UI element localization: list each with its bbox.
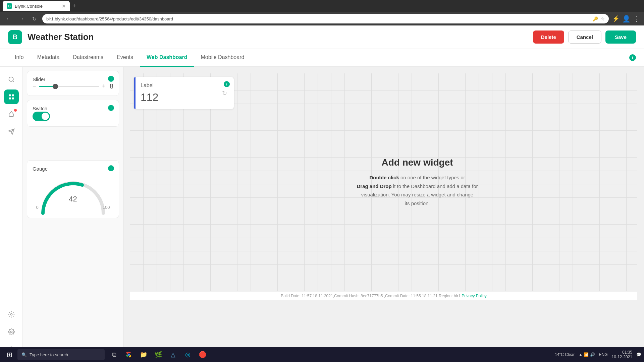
add-widget-message: Add new widget Double click on one of th… bbox=[357, 157, 478, 207]
switch-widget[interactable]: Switch i bbox=[27, 100, 119, 127]
tab-metadata[interactable]: Metadata bbox=[31, 49, 66, 67]
task-view-icon[interactable]: ⧉ bbox=[107, 348, 121, 361]
slider-fill bbox=[39, 86, 54, 87]
tab-close-btn[interactable]: ✕ bbox=[62, 3, 66, 9]
url-text: blr1.blynk.cloud/dashboard/25564/product… bbox=[46, 16, 173, 21]
weather-info: 14°C Clear bbox=[555, 352, 575, 357]
label-left-bar bbox=[134, 77, 136, 109]
label-widget[interactable]: Label 112 i ↻ bbox=[133, 77, 234, 109]
sidebar-alerts-wrap bbox=[4, 107, 19, 122]
app-title: Weather Station bbox=[28, 32, 533, 42]
taskbar-clock[interactable]: 01:35 10-12-2021 bbox=[612, 350, 632, 359]
sidebar-send-icon[interactable] bbox=[4, 124, 19, 139]
browser-controls: ← → ↻ blr1.blynk.cloud/dashboard/25564/p… bbox=[0, 12, 644, 25]
label-widget-info-btn[interactable]: i bbox=[224, 81, 230, 87]
profile-icon[interactable]: 👤 bbox=[622, 15, 631, 23]
browser-tab[interactable]: B Blynk.Console ✕ bbox=[3, 1, 70, 11]
app5-icon[interactable]: ◎ bbox=[181, 348, 195, 361]
alert-badge bbox=[14, 109, 17, 112]
tab-events[interactable]: Events bbox=[110, 49, 140, 67]
app-header: B Weather Station Delete Cancel Save bbox=[0, 25, 644, 49]
star-icon[interactable]: ☆ bbox=[601, 16, 605, 21]
delete-button[interactable]: Delete bbox=[533, 31, 564, 44]
slider-controls: − + 8 bbox=[33, 82, 113, 90]
sidebar-dashboard-icon[interactable] bbox=[4, 89, 19, 104]
url-bar[interactable]: blr1.blynk.cloud/dashboard/25564/product… bbox=[42, 14, 609, 23]
gauge-max: 100 bbox=[103, 205, 110, 210]
tab-info[interactable]: Info bbox=[8, 49, 31, 67]
app-footer: Build Date: 11:57 18.11.2021,Commit Hash… bbox=[130, 291, 637, 300]
gauge-info-btn[interactable]: i bbox=[108, 165, 114, 171]
new-tab-btn[interactable]: + bbox=[72, 3, 76, 10]
url-bar-icons: 🔑 ☆ bbox=[593, 16, 605, 21]
switch-info-btn[interactable]: i bbox=[108, 105, 114, 111]
start-button[interactable]: ⊞ bbox=[3, 348, 16, 361]
cancel-button[interactable]: Cancel bbox=[568, 31, 601, 44]
slider-widget[interactable]: Slider i − + 8 bbox=[27, 71, 119, 96]
back-btn[interactable]: ← bbox=[4, 14, 13, 23]
extension-icon[interactable]: ⚡ bbox=[612, 15, 620, 22]
slider-minus-btn[interactable]: − bbox=[33, 83, 36, 90]
gauge-container: 42 0 100 bbox=[33, 172, 113, 213]
label-refresh-icon: ↻ bbox=[222, 89, 227, 97]
app6-icon[interactable]: 🛑 bbox=[196, 348, 209, 361]
svg-rect-3 bbox=[9, 98, 11, 100]
svg-rect-2 bbox=[12, 95, 14, 97]
clock-date: 10-12-2021 bbox=[612, 355, 632, 359]
app3-icon[interactable]: 🌿 bbox=[152, 348, 165, 361]
files-icon[interactable]: 📁 bbox=[137, 348, 150, 361]
tab-mobile-dashboard[interactable]: Mobile Dashboard bbox=[194, 49, 251, 67]
switch-title: Switch bbox=[33, 106, 47, 111]
slider-track[interactable] bbox=[39, 86, 100, 87]
app-logo: B bbox=[8, 30, 22, 44]
taskbar: ⊞ 🔍 Type here to search ⧉ 📁 🌿 △ ◎ 🛑 14°C… bbox=[0, 347, 644, 362]
tab-web-dashboard[interactable]: Web Dashboard bbox=[140, 49, 194, 67]
add-widget-desc: Double click on one of the widget types … bbox=[357, 173, 478, 207]
slider-thumb[interactable] bbox=[53, 84, 58, 89]
forward-btn[interactable]: → bbox=[17, 14, 26, 23]
dashboard-grid: Label 112 i ↻ Add new widget Double clic… bbox=[130, 73, 637, 291]
header-actions: Delete Cancel Save bbox=[533, 31, 636, 44]
svg-point-0 bbox=[9, 77, 13, 81]
svg-rect-1 bbox=[9, 95, 11, 97]
widget-panel: Slider i − + 8 Switch i bbox=[23, 67, 123, 362]
app-tabs: Info Metadata Datastreams Events Web Das… bbox=[0, 49, 644, 67]
main-content: Slider i − + 8 Switch i bbox=[0, 67, 644, 362]
tab-datastreams[interactable]: Datastreams bbox=[66, 49, 110, 67]
search-placeholder: Type here to search bbox=[30, 352, 68, 357]
slider-value: 8 bbox=[110, 82, 113, 90]
refresh-btn[interactable]: ↻ bbox=[30, 14, 39, 23]
search-icon: 🔍 bbox=[21, 352, 27, 357]
add-widget-title: Add new widget bbox=[381, 157, 453, 168]
gauge-min: 0 bbox=[36, 205, 39, 210]
privacy-policy-link[interactable]: Privacy Policy bbox=[462, 294, 487, 298]
switch-toggle[interactable] bbox=[33, 112, 50, 121]
gauge-labels: 0 100 bbox=[36, 205, 110, 210]
slider-plus-btn[interactable]: + bbox=[102, 83, 106, 90]
sidebar-search-icon[interactable] bbox=[4, 72, 19, 87]
label-widget-title: Label bbox=[141, 82, 227, 88]
taskbar-search[interactable]: 🔍 Type here to search bbox=[17, 349, 105, 360]
dashboard-area[interactable]: Label 112 i ↻ Add new widget Double clic… bbox=[123, 67, 644, 362]
svg-point-5 bbox=[10, 314, 12, 315]
gauge-widget[interactable]: Gauge i 42 0 100 bbox=[27, 160, 119, 218]
tab-favicon: B bbox=[7, 3, 12, 9]
taskbar-right: 14°C Clear ▲ 📶 🔊 ENG 01:35 10-12-2021 💬 bbox=[555, 350, 641, 359]
browser-actions: ⚡ 👤 ⋮ bbox=[612, 15, 640, 23]
slider-title: Slider bbox=[33, 76, 45, 82]
app4-icon[interactable]: △ bbox=[166, 348, 180, 361]
browser-chrome: B Blynk.Console ✕ + bbox=[0, 0, 644, 12]
sidebar-gear-icon[interactable] bbox=[4, 324, 19, 339]
notification-icon[interactable]: 💬 bbox=[636, 352, 641, 357]
slider-info-btn[interactable]: i bbox=[108, 76, 114, 82]
system-tray-icons: ▲ 📶 🔊 bbox=[579, 352, 595, 357]
app-container: B Weather Station Delete Cancel Save Inf… bbox=[0, 25, 644, 362]
chrome-icon[interactable] bbox=[122, 348, 136, 361]
language-indicator: ENG bbox=[599, 352, 608, 357]
menu-icon[interactable]: ⋮ bbox=[633, 15, 640, 23]
save-button[interactable]: Save bbox=[605, 31, 636, 44]
tab-title: Blynk.Console bbox=[15, 4, 43, 9]
clock-time: 01:35 bbox=[612, 350, 632, 355]
sidebar-settings-ring-icon[interactable] bbox=[4, 307, 19, 322]
sidebar-alerts-icon[interactable] bbox=[4, 107, 19, 122]
